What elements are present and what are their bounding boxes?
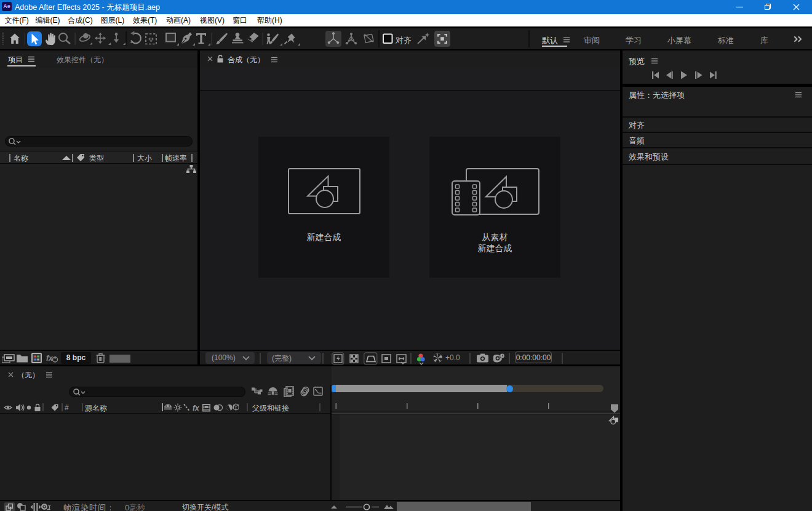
svg-text:fx: fx — [193, 404, 200, 412]
